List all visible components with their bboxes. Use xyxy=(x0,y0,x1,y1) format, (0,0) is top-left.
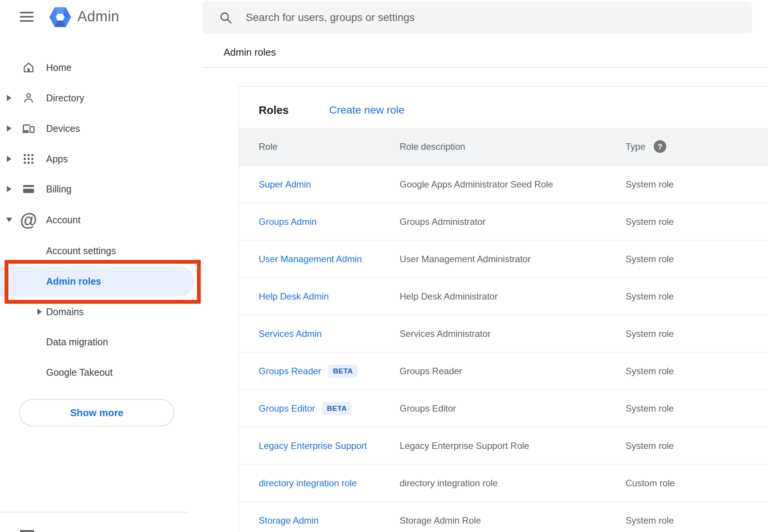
role-description: Google Apps Administrator Seed Role xyxy=(400,179,626,190)
role-link[interactable]: Help Desk Admin xyxy=(259,291,329,302)
role-link[interactable]: Groups Admin xyxy=(259,216,317,227)
help-icon[interactable]: ? xyxy=(654,140,666,153)
credit-card-icon xyxy=(21,181,36,197)
role-link[interactable]: directory integration role xyxy=(259,478,357,489)
table-row: Groups Reader BETA Groups Reader System … xyxy=(239,352,768,389)
table-row: Groups Admin Groups Administrator System… xyxy=(239,203,768,240)
table-row: Legacy Enterprise Support Legacy Enterpr… xyxy=(239,427,768,464)
product-name: Admin xyxy=(77,8,119,25)
breadcrumb-divider xyxy=(202,67,768,68)
collapse-down-icon[interactable] xyxy=(6,218,12,222)
sidebar-item-google-takeout[interactable]: Google Takeout xyxy=(0,357,202,388)
role-link[interactable]: Legacy Enterprise Support xyxy=(259,441,367,451)
partial-bottom-icon xyxy=(20,530,34,532)
column-role: Role xyxy=(259,141,400,152)
table-column-header: Role Role description Type ? xyxy=(239,128,768,165)
role-link[interactable]: Groups Editor xyxy=(259,403,315,414)
role-link[interactable]: Storage Admin xyxy=(259,515,318,526)
sidebar-item-admin-roles[interactable]: Admin roles xyxy=(0,266,202,296)
create-new-role-link[interactable]: Create new role xyxy=(329,104,405,116)
table-row: Help Desk Admin Help Desk Administrator … xyxy=(239,277,768,315)
menu-icon[interactable] xyxy=(20,12,34,22)
sidebar-item-data-migration[interactable]: Data migration xyxy=(0,327,202,357)
role-description: Storage Admin Role xyxy=(400,515,626,526)
roles-card: Roles Create new role Role Role descript… xyxy=(238,86,768,532)
beta-badge: BETA xyxy=(328,365,358,378)
role-description: Groups Administrator xyxy=(400,216,626,227)
column-role-description: Role description xyxy=(400,141,626,152)
sidebar-item-account[interactable]: @ Account xyxy=(0,205,202,235)
table-row: Services Admin Services Administrator Sy… xyxy=(239,315,768,352)
role-description: Groups Editor xyxy=(400,403,626,414)
role-type: System role xyxy=(626,515,768,526)
search-bar xyxy=(202,1,752,34)
sidebar-item-account-settings[interactable]: Account settings xyxy=(0,236,202,266)
role-type: System role xyxy=(626,403,768,414)
table-row: Super Admin Google Apps Administrator Se… xyxy=(239,165,768,203)
role-type: Custom role xyxy=(626,478,768,489)
expand-right-icon[interactable] xyxy=(7,125,11,131)
table-row: Storage Admin Storage Admin Role System … xyxy=(239,502,768,532)
sidebar-item-domains[interactable]: Domains xyxy=(0,296,202,327)
roles-title: Roles xyxy=(259,104,289,117)
home-icon xyxy=(21,60,36,75)
apps-grid-icon xyxy=(21,151,36,167)
role-description: Groups Reader xyxy=(400,366,626,377)
role-description: Help Desk Administrator xyxy=(400,291,626,302)
google-admin-console: Admin Home Directory xyxy=(0,0,768,532)
roles-card-header: Roles Create new role xyxy=(239,87,768,128)
role-link[interactable]: Services Admin xyxy=(259,328,322,339)
search-input[interactable] xyxy=(202,1,752,34)
beta-badge: BETA xyxy=(322,402,352,415)
sidebar-item-home[interactable]: Home xyxy=(0,52,202,83)
role-link[interactable]: User Management Admin xyxy=(259,254,362,264)
role-description: Legacy Enterprise Support Role xyxy=(400,441,626,451)
breadcrumb: Admin roles xyxy=(224,46,276,58)
sidebar-item-apps[interactable]: Apps xyxy=(0,144,202,174)
expand-right-icon[interactable] xyxy=(37,309,42,315)
at-sign-icon: @ xyxy=(21,212,36,228)
role-type: System role xyxy=(626,254,768,264)
expand-right-icon[interactable] xyxy=(7,156,11,162)
role-type: System role xyxy=(626,366,768,377)
sidebar-item-billing[interactable]: Billing xyxy=(0,174,202,204)
role-type: System role xyxy=(626,328,768,339)
sidebar-divider xyxy=(0,512,188,513)
role-link[interactable]: Groups Reader xyxy=(259,366,321,377)
column-type: Type ? xyxy=(626,140,768,153)
show-more-button[interactable]: Show more xyxy=(19,399,174,426)
sidebar: Admin Home Directory xyxy=(0,0,202,532)
role-type: System role xyxy=(626,216,768,227)
admin-logo-icon[interactable] xyxy=(48,5,72,29)
role-type: System role xyxy=(626,179,768,190)
role-link[interactable]: Super Admin xyxy=(259,179,311,190)
expand-right-icon[interactable] xyxy=(7,95,11,101)
role-type: System role xyxy=(626,441,768,451)
expand-right-icon[interactable] xyxy=(7,186,11,192)
person-icon xyxy=(21,90,36,106)
role-description: User Management Administrator xyxy=(400,254,626,264)
sidebar-item-directory[interactable]: Directory xyxy=(0,83,202,113)
sidebar-item-devices[interactable]: Devices xyxy=(0,113,202,144)
table-row: Groups Editor BETA Groups Editor System … xyxy=(239,389,768,427)
role-description: directory integration role xyxy=(400,478,626,489)
role-type: System role xyxy=(626,291,768,302)
devices-icon xyxy=(21,121,36,136)
table-row: User Management Admin User Management Ad… xyxy=(239,240,768,277)
role-description: Services Administrator xyxy=(400,328,626,339)
table-row: directory integration role directory int… xyxy=(239,464,768,502)
